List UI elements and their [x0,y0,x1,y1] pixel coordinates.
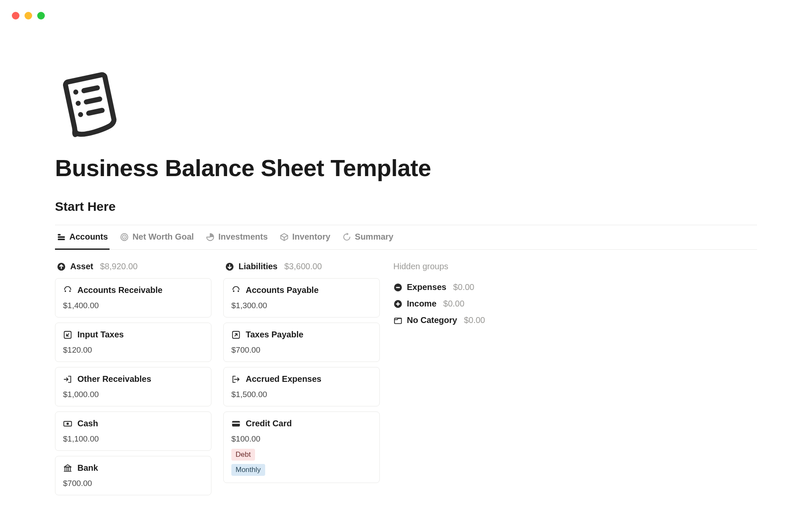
card-cash[interactable]: Cash$1,100.00 [55,411,211,451]
box-icon [280,232,289,242]
cash-icon [63,419,72,428]
page-content: Business Balance Sheet Template Start He… [0,0,812,500]
card-title: Accounts Payable [246,285,318,295]
tab-label: Inventory [292,232,330,242]
hidden-item-expenses[interactable]: Expenses$0.00 [392,279,487,295]
tab-investments[interactable]: Investments [204,225,269,250]
svg-point-4 [77,112,83,118]
hidden-item-income[interactable]: Income$0.00 [392,295,487,312]
plus-icon [393,299,403,309]
close-window-dot[interactable] [12,12,19,19]
hidden-item-amount: $0.00 [453,282,474,292]
card-credit-card[interactable]: Credit Card$100.00DebtMonthly [223,411,380,483]
column-asset: Asset$8,920.00Accounts Receivable$1,400.… [55,258,211,500]
svg-point-11 [124,236,125,237]
card-amount: $1,000.00 [63,390,203,399]
refresh-icon [342,232,351,242]
hidden-item-label: No Category [407,315,457,325]
tab-accounts[interactable]: Accounts [55,225,110,250]
column-title: Asset [70,262,93,271]
up-icon [57,262,66,271]
card-amount: $700.00 [63,479,203,488]
svg-rect-3 [83,96,103,105]
down-icon [225,262,234,271]
hidden-item-label: Income [407,299,436,309]
card-title: Input Taxes [77,330,124,340]
svg-rect-7 [58,236,65,238]
card-input-taxes[interactable]: Input Taxes$120.00 [55,323,211,362]
empty-icon [393,316,403,325]
tab-label: Accounts [69,232,108,242]
card-taxes-payable[interactable]: Taxes Payable$700.00 [223,323,380,362]
minus-icon [393,283,403,292]
card-accounts-receivable[interactable]: Accounts Receivable$1,400.00 [55,278,211,318]
maximize-window-dot[interactable] [37,12,45,19]
card-title: Bank [77,463,98,473]
column-header[interactable]: Liabilities$3,600.00 [223,258,380,278]
hidden-item-label: Expenses [407,282,446,292]
card-amount: $120.00 [63,345,203,355]
hidden-item-amount: $0.00 [464,315,485,325]
tag-monthly: Monthly [231,464,265,476]
section-heading: Start Here [55,199,757,214]
svg-rect-1 [81,85,100,94]
card-title: Cash [77,419,98,428]
svg-rect-25 [396,287,400,288]
receivable-icon [63,286,72,295]
log-out-icon [231,375,241,384]
column-liabilities: Liabilities$3,600.00Accounts Payable$1,3… [223,258,380,488]
svg-point-20 [238,290,239,292]
card-amount: $100.00 [231,434,372,444]
pie-icon [206,232,215,242]
page-receipt-icon [55,72,127,144]
tag-debt: Debt [231,449,255,461]
column-amount: $3,600.00 [284,262,322,271]
svg-point-0 [73,89,79,95]
svg-rect-5 [86,108,105,116]
tab-net-worth-goal[interactable]: Net Worth Goal [118,225,195,250]
svg-rect-8 [58,238,65,240]
card-tags: DebtMonthly [231,449,372,476]
tab-inventory[interactable]: Inventory [278,225,332,250]
hidden-groups: Hidden groupsExpenses$0.00Income$0.00No … [392,258,487,329]
receivable-icon [231,286,241,295]
tab-label: Net Worth Goal [132,232,194,242]
svg-rect-23 [232,422,240,424]
svg-rect-6 [58,234,60,235]
svg-point-17 [66,422,69,425]
column-header[interactable]: Asset$8,920.00 [55,258,211,278]
tab-label: Investments [218,232,268,242]
card-title: Taxes Payable [246,330,303,340]
tab-label: Summary [355,232,393,242]
svg-point-2 [75,100,81,106]
card-title: Credit Card [246,419,292,428]
card-amount: $1,400.00 [63,301,203,310]
card-accounts-payable[interactable]: Accounts Payable$1,300.00 [223,278,380,318]
card-amount: $1,300.00 [231,301,372,310]
card-amount: $700.00 [231,345,372,355]
arrow-out-icon [231,330,241,340]
page-title: Business Balance Sheet Template [55,154,757,182]
board: Asset$8,920.00Accounts Receivable$1,400.… [55,258,757,500]
hidden-groups-title: Hidden groups [392,262,487,271]
bank-icon [63,464,72,473]
card-bank[interactable]: Bank$700.00 [55,456,211,495]
card-accrued-expenses[interactable]: Accrued Expenses$1,500.00 [223,367,380,406]
card-amount: $1,500.00 [231,390,372,399]
hidden-item-amount: $0.00 [443,299,464,309]
column-amount: $8,920.00 [100,262,137,271]
card-other-receivables[interactable]: Other Receivables$1,000.00 [55,367,211,406]
tabs-bar: AccountsNet Worth GoalInvestmentsInvento… [55,225,757,250]
tab-summary[interactable]: Summary [340,225,395,250]
credit-card-icon [231,419,241,428]
window-traffic-lights [12,12,45,19]
arrow-in-icon [63,330,72,340]
minimize-window-dot[interactable] [25,12,32,19]
svg-point-14 [69,290,71,292]
card-amount: $1,100.00 [63,434,203,444]
log-in-icon [63,375,72,384]
list-icon [57,232,66,242]
column-title: Liabilities [239,262,277,271]
hidden-item-no-category[interactable]: No Category$0.00 [392,312,487,329]
card-title: Accrued Expenses [246,374,321,384]
